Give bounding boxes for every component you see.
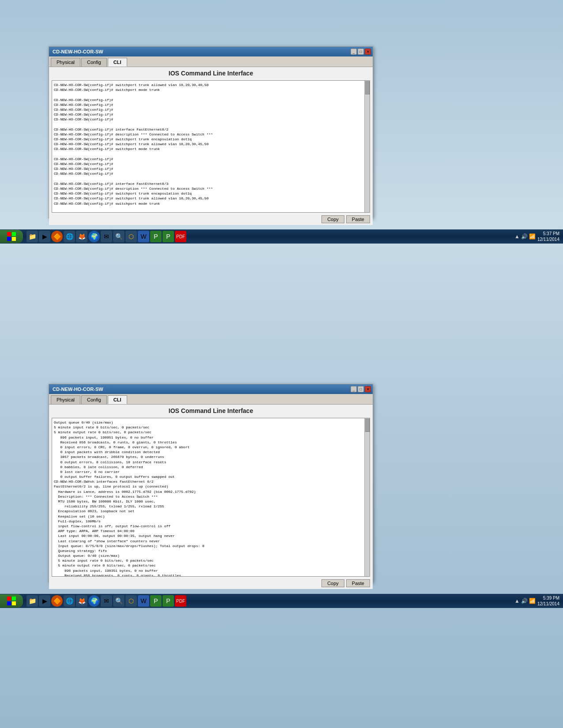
svg-rect-1 xyxy=(12,232,16,236)
window-controls-2: _ □ ✕ xyxy=(351,386,371,392)
taskbar-icon-mail[interactable]: ✉ xyxy=(101,231,112,242)
tab-bar-2: Physical Config CLI xyxy=(49,394,373,405)
sys-icon-speaker: 🔊 xyxy=(521,233,528,240)
taskbar-right-2: ▲ 🔊 📶 5:39 PM 12/11/2014 xyxy=(511,595,563,607)
cli-text-2: Output queue 0/40 (size/max) 5 minute in… xyxy=(52,418,370,577)
taskbar-icon-p1[interactable]: P xyxy=(150,231,162,242)
taskbar-icon-net[interactable]: ⬡ xyxy=(125,231,137,242)
close-button-1[interactable]: ✕ xyxy=(365,49,371,55)
sys-icon-network: 📶 xyxy=(529,233,536,240)
paste-button-1[interactable]: Paste xyxy=(346,215,370,223)
window-title-2: CD-NEW-HO-COR-SW xyxy=(51,387,351,392)
window-titlebar-1: CD-NEW-HO-COR-SW _ □ ✕ xyxy=(49,47,373,56)
svg-rect-6 xyxy=(7,601,11,605)
tab-physical-2[interactable]: Physical xyxy=(51,395,80,404)
taskbar-icon-folder[interactable]: 📁 xyxy=(26,231,38,242)
taskbar-icons-1: 📁 ▶ 🔶 🌐 🦊 🌍 ✉ 🔍 ⬡ W P P PDF xyxy=(25,231,511,242)
taskbar-icon-ie-2[interactable]: 🌐 xyxy=(64,595,75,607)
cli-footer-1: Copy Paste xyxy=(49,214,373,225)
maximize-button-2[interactable]: □ xyxy=(358,386,364,392)
copy-button-2[interactable]: Copy xyxy=(321,579,344,587)
taskbar-icon-word-2[interactable]: W xyxy=(138,595,149,607)
taskbar-icon-ie[interactable]: 🌐 xyxy=(64,231,75,242)
window-titlebar-2: CD-NEW-HO-COR-SW _ □ ✕ xyxy=(49,384,373,394)
taskbar-time-2: 5:39 PM 12/11/2014 xyxy=(537,595,559,607)
tab-config-1[interactable]: Config xyxy=(81,58,107,67)
sys-icons-2: ▲ 🔊 📶 xyxy=(514,598,536,604)
scrollbar-1[interactable] xyxy=(364,81,370,212)
cli-footer-2: Copy Paste xyxy=(49,578,373,589)
sys-icons-1: ▲ 🔊 📶 xyxy=(514,233,536,240)
taskbar-icons-2: 📁 ▶ 🔶 🌐 🦊 🌍 ✉ 🔍 ⬡ W P P PDF xyxy=(25,595,511,607)
taskbar-icon-word[interactable]: W xyxy=(138,231,149,242)
close-button-2[interactable]: ✕ xyxy=(365,386,371,392)
cli-header-2: IOS Command Line Interface xyxy=(49,405,373,417)
svg-rect-3 xyxy=(12,237,16,241)
sys-icon-speaker-2: 🔊 xyxy=(521,598,528,604)
taskbar-icon-folder-2[interactable]: 📁 xyxy=(26,595,38,607)
taskbar-icon-orange[interactable]: 🔶 xyxy=(51,231,63,242)
cli-text-1: CD-NEW-HO-COR-SW(config-if)# switchport … xyxy=(52,81,370,213)
tab-cli-2[interactable]: CLI xyxy=(108,395,127,404)
tab-physical-1[interactable]: Physical xyxy=(51,58,80,67)
taskbar-icon-orange-2[interactable]: 🔶 xyxy=(51,595,63,607)
taskbar-icon-globe-2[interactable]: 🌍 xyxy=(88,595,100,607)
cli-header-1: IOS Command Line Interface xyxy=(49,67,373,79)
taskbar-time-1: 5:37 PM 12/11/2014 xyxy=(537,231,559,242)
svg-rect-4 xyxy=(7,597,11,600)
tab-bar-1: Physical Config CLI xyxy=(49,56,373,67)
scrollbar-thumb-1[interactable] xyxy=(365,81,370,94)
taskbar-icon-search-2[interactable]: 🔍 xyxy=(113,595,125,607)
taskbar-icon-pdf-2[interactable]: PDF xyxy=(175,595,186,607)
scrollbar-2[interactable] xyxy=(364,418,370,576)
taskbar-icon-p2-2[interactable]: P xyxy=(162,595,174,607)
sys-icon-network-2: 📶 xyxy=(529,598,536,604)
taskbar-icon-p2[interactable]: P xyxy=(162,231,174,242)
minimize-button-1[interactable]: _ xyxy=(351,49,357,55)
taskbar-right-1: ▲ 🔊 📶 5:37 PM 12/11/2014 xyxy=(511,231,563,242)
sys-icon-arrow-2: ▲ xyxy=(514,598,520,604)
scrollbar-thumb-2[interactable] xyxy=(365,419,370,432)
taskbar-icon-fox[interactable]: 🦊 xyxy=(76,231,87,242)
sys-icon-arrow: ▲ xyxy=(514,233,520,240)
paste-button-2[interactable]: Paste xyxy=(346,579,370,587)
taskbar-icon-media[interactable]: ▶ xyxy=(39,231,50,242)
minimize-button-2[interactable]: _ xyxy=(351,386,357,392)
svg-rect-0 xyxy=(7,232,11,236)
start-button-2[interactable] xyxy=(0,594,23,608)
tab-cli-1[interactable]: CLI xyxy=(108,58,127,67)
taskbar-2: 📁 ▶ 🔶 🌐 🦊 🌍 ✉ 🔍 ⬡ W P P PDF ▲ 🔊 📶 5:39 P… xyxy=(0,594,563,608)
taskbar-icon-fox-2[interactable]: 🦊 xyxy=(76,595,87,607)
windows-logo-icon-1 xyxy=(7,232,16,241)
windows-logo-icon-2 xyxy=(7,596,16,606)
cli-content-2: Output queue 0/40 (size/max) 5 minute in… xyxy=(52,418,370,577)
start-button-1[interactable] xyxy=(0,230,23,243)
svg-rect-7 xyxy=(12,601,16,605)
taskbar-icon-pdf[interactable]: PDF xyxy=(175,231,186,242)
taskbar-icon-search[interactable]: 🔍 xyxy=(113,231,125,242)
taskbar-icon-mail-2[interactable]: ✉ xyxy=(101,595,112,607)
taskbar-icon-globe[interactable]: 🌍 xyxy=(88,231,100,242)
taskbar-icon-net-2[interactable]: ⬡ xyxy=(125,595,137,607)
svg-rect-2 xyxy=(7,237,11,241)
svg-rect-5 xyxy=(12,597,16,600)
window-title-1: CD-NEW-HO-COR-SW xyxy=(51,49,351,54)
taskbar-icon-p1-2[interactable]: P xyxy=(150,595,162,607)
maximize-button-1[interactable]: □ xyxy=(358,49,364,55)
window-controls-1: _ □ ✕ xyxy=(351,49,371,55)
tab-config-2[interactable]: Config xyxy=(81,395,107,404)
copy-button-1[interactable]: Copy xyxy=(321,215,344,223)
cli-content-1: CD-NEW-HO-COR-SW(config-if)# switchport … xyxy=(52,80,370,213)
taskbar-icon-media-2[interactable]: ▶ xyxy=(39,595,50,607)
